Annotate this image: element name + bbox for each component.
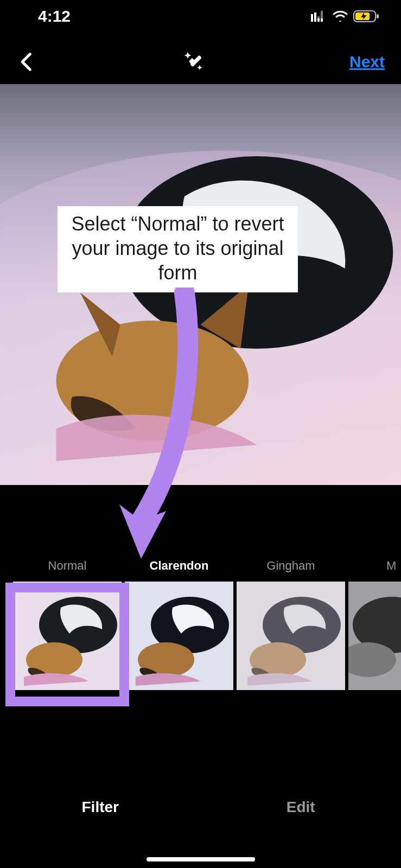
- svg-rect-7: [377, 14, 379, 18]
- tab-edit[interactable]: Edit: [201, 799, 402, 831]
- svg-rect-5: [321, 18, 323, 22]
- magic-wand-icon: [181, 49, 205, 73]
- status-time: 4:12: [38, 7, 71, 25]
- next-button[interactable]: Next: [349, 53, 385, 71]
- wifi-icon: [333, 11, 348, 22]
- svg-rect-23: [237, 582, 345, 690]
- chevron-left-icon: [16, 52, 37, 72]
- filter-thumb: [348, 582, 401, 690]
- filter-thumb: [13, 582, 122, 690]
- filter-thumb: [237, 582, 345, 690]
- back-button[interactable]: [16, 52, 37, 72]
- filter-label: Clarendon: [125, 559, 233, 573]
- filter-item-normal[interactable]: Normal: [13, 559, 122, 700]
- annotation-caption: Select “Normal” to revert your image to …: [58, 206, 298, 292]
- svg-rect-1: [314, 12, 316, 22]
- tab-filter[interactable]: Filter: [0, 799, 201, 831]
- filter-label: Gingham: [237, 559, 345, 573]
- filter-thumb: [125, 582, 233, 690]
- filter-item-clarendon[interactable]: Clarendon: [125, 559, 233, 700]
- home-indicator[interactable]: [147, 857, 255, 861]
- battery-icon: [353, 10, 379, 23]
- status-right: [311, 10, 379, 23]
- filter-label: Normal: [13, 559, 122, 573]
- svg-rect-3: [317, 18, 320, 22]
- signal-icon: [311, 11, 327, 22]
- filter-label: M: [348, 559, 401, 573]
- filter-item-next[interactable]: M: [348, 559, 401, 700]
- status-bar: 4:12: [0, 0, 401, 33]
- svg-rect-0: [311, 14, 313, 22]
- filter-strip[interactable]: Normal Clarendon Gingham: [0, 559, 401, 700]
- filter-item-gingham[interactable]: Gingham: [237, 559, 345, 700]
- top-nav: Next: [0, 47, 401, 77]
- bottom-tabs: Filter Edit: [0, 799, 401, 831]
- auto-enhance-button[interactable]: [181, 49, 205, 75]
